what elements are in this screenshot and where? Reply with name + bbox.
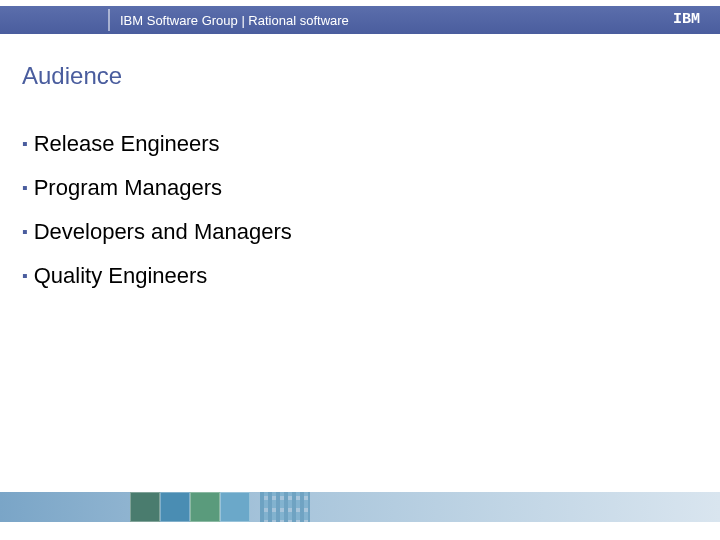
- bullet-text: Developers and Managers: [34, 218, 292, 246]
- content-area: ▪ Release Engineers ▪ Program Managers ▪…: [22, 130, 292, 306]
- list-item: ▪ Developers and Managers: [22, 218, 292, 246]
- footer-tile-icon: [220, 492, 250, 522]
- ibm-logo-icon: IBM: [673, 11, 700, 28]
- footer-graphics: [130, 492, 250, 522]
- bullet-text: Program Managers: [34, 174, 222, 202]
- header-text: IBM Software Group | Rational software: [120, 13, 349, 28]
- bullet-text: Quality Engineers: [34, 262, 208, 290]
- header-bar: IBM Software Group | Rational software I…: [0, 6, 720, 34]
- bullet-text: Release Engineers: [34, 130, 220, 158]
- bullet-icon: ▪: [22, 174, 28, 202]
- slide-title: Audience: [22, 62, 122, 90]
- list-item: ▪ Release Engineers: [22, 130, 292, 158]
- bullet-icon: ▪: [22, 218, 28, 246]
- footer-pixel-icon: [260, 492, 310, 522]
- header-divider: [108, 9, 110, 31]
- list-item: ▪ Program Managers: [22, 174, 292, 202]
- footer-tile-icon: [160, 492, 190, 522]
- list-item: ▪ Quality Engineers: [22, 262, 292, 290]
- footer-bar: [0, 492, 720, 522]
- footer-tile-icon: [130, 492, 160, 522]
- footer-tile-icon: [190, 492, 220, 522]
- bullet-icon: ▪: [22, 130, 28, 158]
- bullet-icon: ▪: [22, 262, 28, 290]
